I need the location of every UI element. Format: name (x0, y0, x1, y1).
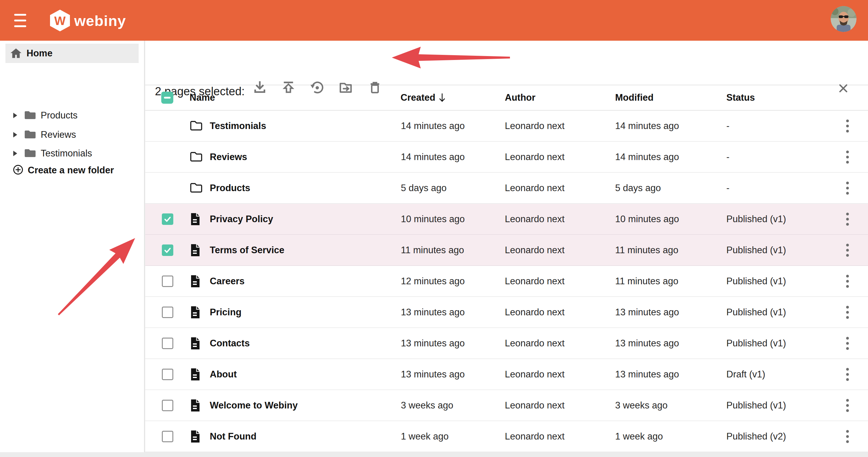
row-modified: 11 minutes ago (615, 245, 678, 256)
row-modified: 11 minutes ago (615, 276, 678, 287)
create-folder-label: Create a new folder (28, 165, 114, 176)
table-row[interactable]: About13 minutes agoLeonardo next13 minut… (145, 359, 868, 390)
row-name[interactable]: Testimonials (210, 121, 266, 131)
table-row[interactable]: Pricing13 minutes agoLeonardo next13 min… (145, 297, 868, 328)
table-row[interactable]: Privacy Policy10 minutes agoLeonardo nex… (145, 204, 868, 235)
row-status: Published (v1) (726, 338, 786, 349)
row-menu-kebab-icon[interactable] (840, 148, 855, 166)
row-status: Published (v1) (726, 400, 786, 411)
create-folder-button[interactable]: Create a new folder (13, 162, 114, 178)
chevron-right-icon[interactable] (13, 132, 17, 138)
row-checkbox[interactable] (162, 244, 173, 256)
row-name[interactable]: Not Found (210, 431, 256, 442)
row-menu-kebab-icon[interactable] (840, 117, 855, 135)
row-checkbox[interactable] (162, 307, 173, 318)
sidebar-folder-label: Reviews (41, 129, 76, 140)
webiny-page-manager-screen: W webiny (0, 0, 868, 457)
column-header-created[interactable]: Created (401, 92, 446, 103)
webiny-logo: W webiny (50, 10, 126, 31)
row-checkbox[interactable] (162, 276, 173, 287)
webiny-hexagon-icon: W (50, 10, 70, 31)
webiny-wordmark: webiny (74, 12, 126, 29)
row-checkbox[interactable] (162, 431, 173, 442)
row-status: - (726, 183, 730, 193)
row-created: 13 minutes ago (401, 307, 465, 318)
folder-icon (189, 119, 203, 133)
sidebar-item-testimonials[interactable]: Testimonials (0, 146, 145, 161)
row-author: Leonardo next (505, 183, 564, 193)
sidebar-home-label: Home (27, 48, 53, 59)
row-checkbox[interactable] (162, 400, 173, 411)
row-status: - (726, 121, 730, 131)
sidebar-item-reviews[interactable]: Reviews (0, 127, 145, 143)
row-checkbox[interactable] (162, 369, 173, 380)
row-menu-kebab-icon[interactable] (840, 334, 855, 353)
column-header-modified[interactable]: Modified (615, 92, 653, 103)
sidebar-folder-label: Testimonials (41, 148, 92, 159)
document-icon (189, 244, 203, 257)
row-author: Leonardo next (505, 276, 564, 287)
row-modified: 13 minutes ago (615, 338, 679, 349)
row-menu-kebab-icon[interactable] (840, 303, 855, 321)
row-created: 13 minutes ago (401, 338, 465, 349)
table-row[interactable]: Terms of Service11 minutes agoLeonardo n… (145, 235, 868, 266)
row-status: - (726, 152, 730, 162)
column-header-name[interactable]: Name (190, 92, 215, 103)
table-row[interactable]: Reviews14 minutes agoLeonardo next14 min… (145, 142, 868, 173)
folder-icon (24, 148, 36, 159)
row-name[interactable]: Privacy Policy (210, 214, 273, 224)
hamburger-menu-icon[interactable] (14, 14, 28, 27)
table-row[interactable]: Products5 days agoLeonardo next5 days ag… (145, 173, 868, 204)
row-status: Published (v1) (726, 276, 786, 287)
chevron-right-icon[interactable] (13, 113, 17, 118)
row-name[interactable]: Careers (210, 276, 244, 287)
table-row[interactable]: Welcome to Webiny3 weeks agoLeonardo nex… (145, 390, 868, 421)
table-row[interactable]: Testimonials14 minutes agoLeonardo next1… (145, 111, 868, 142)
row-menu-kebab-icon[interactable] (840, 241, 855, 259)
column-header-status[interactable]: Status (726, 92, 755, 103)
user-avatar[interactable] (831, 6, 857, 32)
table-row[interactable]: Contacts13 minutes agoLeonardo next13 mi… (145, 328, 868, 359)
row-name[interactable]: Terms of Service (210, 245, 284, 256)
row-menu-kebab-icon[interactable] (840, 396, 855, 415)
chevron-right-icon[interactable] (13, 151, 17, 156)
row-name[interactable]: About (210, 369, 237, 380)
row-name[interactable]: Products (210, 183, 250, 193)
document-icon (189, 430, 203, 443)
sidebar-item-products[interactable]: Products (0, 108, 145, 123)
row-author: Leonardo next (505, 338, 564, 349)
row-status: Published (v1) (726, 307, 786, 318)
row-status: Published (v1) (726, 245, 786, 256)
row-author: Leonardo next (505, 245, 564, 256)
row-author: Leonardo next (505, 214, 564, 224)
row-status: Draft (v1) (726, 369, 765, 380)
row-created: 3 weeks ago (401, 400, 453, 411)
row-modified: 3 weeks ago (615, 400, 668, 411)
row-name[interactable]: Welcome to Webiny (210, 400, 298, 411)
row-checkbox[interactable] (162, 338, 173, 349)
column-header-author[interactable]: Author (505, 92, 535, 103)
row-author: Leonardo next (505, 121, 564, 131)
row-created: 1 week ago (401, 431, 449, 442)
row-author: Leonardo next (505, 431, 564, 442)
document-icon (189, 368, 203, 381)
sidebar-item-home[interactable]: Home (5, 44, 138, 63)
row-created: 12 minutes ago (401, 276, 465, 287)
row-menu-kebab-icon[interactable] (840, 179, 855, 197)
select-all-checkbox[interactable] (161, 92, 173, 104)
row-name[interactable]: Reviews (210, 152, 247, 162)
bulk-actions-toolbar: 2 pages selected: (145, 41, 868, 85)
table-row[interactable]: Not Found1 week agoLeonardo next1 week a… (145, 421, 868, 452)
row-name[interactable]: Contacts (210, 338, 250, 349)
row-menu-kebab-icon[interactable] (840, 210, 855, 228)
row-modified: 13 minutes ago (615, 369, 679, 380)
table-row[interactable]: Careers12 minutes agoLeonardo next11 min… (145, 266, 868, 297)
row-modified: 13 minutes ago (615, 307, 679, 318)
sidebar-folder-label: Products (41, 110, 78, 121)
row-checkbox[interactable] (162, 213, 173, 225)
row-menu-kebab-icon[interactable] (840, 272, 855, 290)
row-menu-kebab-icon[interactable] (840, 427, 855, 446)
row-menu-kebab-icon[interactable] (840, 365, 855, 384)
row-name[interactable]: Pricing (210, 307, 241, 318)
row-modified: 10 minutes ago (615, 214, 679, 224)
